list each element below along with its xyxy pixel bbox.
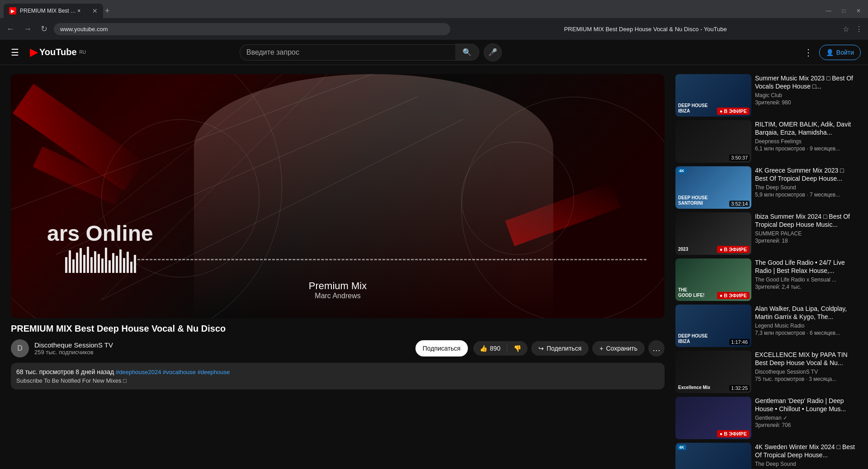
video-info: PREMIUM MIX Best Deep House Vocal & Nu D… xyxy=(11,324,665,389)
recommendation-item[interactable]: DEEP HOUSEIBIZA1:17:46Alan Walker, Dua L… xyxy=(675,305,857,347)
tab-favicon-icon: ▶ xyxy=(9,7,16,14)
menu-button[interactable]: ☰ xyxy=(7,43,23,61)
svg-line-0 xyxy=(11,74,373,210)
rec-duration: 3:50:37 xyxy=(729,155,750,161)
bar-14 xyxy=(112,253,114,273)
header-right: ⋮ 👤 Войти xyxy=(802,45,861,60)
share-icon: ↪ xyxy=(538,345,544,352)
reload-button[interactable]: ↻ xyxy=(38,22,50,36)
close-button[interactable]: ✕ xyxy=(853,6,864,16)
navigation-bar: ← → ↻ www.youtube.com PREMIUM MIX Best D… xyxy=(0,18,868,40)
bar-16 xyxy=(119,249,122,273)
video-player[interactable]: ars Online xyxy=(11,74,665,318)
page-title: PREMIUM MIX Best Deep House Vocal & Nu D… xyxy=(454,26,838,33)
bar-5 xyxy=(80,248,82,273)
youtube-logo[interactable]: ▶ YouTube RU xyxy=(30,47,86,58)
save-button[interactable]: + Сохранить xyxy=(592,341,645,356)
rec-channel: Deepness Feelings xyxy=(755,138,857,145)
forward-button[interactable]: → xyxy=(21,23,34,36)
recommendation-item[interactable]: ● В ЭФИРЕGentleman 'Deep' Radio | Deep H… xyxy=(675,397,857,439)
share-label: Поделиться xyxy=(547,345,581,352)
subscribe-button[interactable]: Подписаться xyxy=(415,340,468,356)
video-description[interactable]: 68 тыс. просмотров 8 дней назад #deephou… xyxy=(11,363,665,389)
video-background: ars Online xyxy=(11,74,665,318)
recommendations-sidebar: DEEP HOUSEIBIZA● В ЭФИРЕSummer Music Mix… xyxy=(675,74,857,469)
rec-channel: The Deep Sound xyxy=(755,184,857,191)
active-tab[interactable]: ▶ PREMIUM MIX Best … × ✕ xyxy=(4,4,103,18)
rec-meta: Зрителей: 980 xyxy=(755,99,857,106)
minimize-button[interactable]: — xyxy=(822,6,835,16)
tab-bar: ▶ PREMIUM MIX Best … × ✕ + — □ ✕ xyxy=(0,0,868,18)
tab-close-icon[interactable]: ✕ xyxy=(92,7,98,14)
rec-meta: 75 тыс. просмотров · 3 месяца... xyxy=(755,376,857,382)
mix-title: Premium Mix xyxy=(309,280,367,292)
rec-duration: 3:52:14 xyxy=(729,201,750,207)
rec-channel: SUMMER PALACE xyxy=(755,230,857,237)
bar-15 xyxy=(116,256,118,273)
search-button[interactable]: 🔍 xyxy=(455,44,479,61)
rec-title: Alan Walker, Dua Lipa, Coldplay, Martin … xyxy=(755,305,857,321)
rec-meta: 7,3 млн просмотров · 6 месяцев... xyxy=(755,330,857,336)
rec-thumb-label: DEEP HOUSEIBIZA xyxy=(678,103,708,114)
recommendation-item[interactable]: DEEP HOUSESANTORINI4K3:52:144K Greece Su… xyxy=(675,166,857,209)
browser-menu-icon[interactable]: ⋮ xyxy=(854,23,864,35)
video-meta-row: D Discotheque SessionS TV 259 тыс. подпи… xyxy=(11,339,665,357)
rec-live-badge: ● В ЭФИРЕ xyxy=(717,430,750,437)
hashtags: #deephouse2024 #vocalhouse #deephouse xyxy=(116,369,230,375)
rec-title: 4K Greece Summer Mix 2023 □ Best Of Trop… xyxy=(755,166,857,183)
bar-10 xyxy=(98,254,100,273)
bar-20 xyxy=(134,255,136,273)
recommendation-item[interactable]: THEGOOD LIFE!● В ЭФИРЕThe Good Life Radi… xyxy=(675,258,857,301)
sign-in-label: Войти xyxy=(836,49,854,56)
rec-channel: Legend Music Radio xyxy=(755,323,857,329)
bar-2 xyxy=(69,250,71,273)
recommendation-item[interactable]: 3:50:37RILTIM, OMER BALIK, Adik, Davit B… xyxy=(675,120,857,163)
dislike-button[interactable]: 👎 xyxy=(507,341,528,356)
bar-19 xyxy=(130,262,132,273)
main-content: ars Online xyxy=(0,65,868,469)
rec-channel: Gentleman ✓ xyxy=(755,415,857,421)
share-button[interactable]: ↪ Поделиться xyxy=(531,341,589,356)
rec-thumb-label: Excellence Mix xyxy=(678,385,710,390)
action-buttons: 👍 890 👎 ↪ Поделиться xyxy=(473,340,665,356)
more-options-button[interactable]: ⋮ xyxy=(802,45,815,60)
new-tab-button[interactable]: + xyxy=(105,6,110,16)
rec-thumbnail: DEEP HOUSE4K xyxy=(675,443,751,469)
view-stats: 68 тыс. просмотров 8 дней назад #deephou… xyxy=(16,368,659,375)
like-dislike-group: 👍 890 👎 xyxy=(473,341,528,356)
rec-channel: Magic Club xyxy=(755,92,857,98)
thumbs-up-icon: 👍 xyxy=(480,345,487,352)
recommendation-item[interactable]: 2023● В ЭФИРЕIbiza Summer Mix 2024 □ Bes… xyxy=(675,212,857,255)
rec-4k-badge: 4K xyxy=(677,168,686,174)
maximize-button[interactable]: □ xyxy=(839,6,849,16)
more-actions-button[interactable]: … xyxy=(648,340,665,356)
recommendation-item[interactable]: DEEP HOUSEIBIZA● В ЭФИРЕSummer Music Mix… xyxy=(675,74,857,117)
rec-info: Ibiza Summer Mix 2024 □ Best Of Tropical… xyxy=(755,212,857,255)
address-bar[interactable]: www.youtube.com xyxy=(54,23,450,35)
rec-thumbnail: DEEP HOUSEIBIZA● В ЭФИРЕ xyxy=(675,74,751,117)
bar-18 xyxy=(127,252,129,273)
rec-thumb-label: 2023 xyxy=(678,247,688,252)
back-button[interactable]: ← xyxy=(4,23,17,36)
like-button[interactable]: 👍 890 xyxy=(473,341,507,356)
bar-17 xyxy=(123,258,125,273)
rec-thumbnail: ● В ЭФИРЕ xyxy=(675,397,751,439)
content-area: ars Online xyxy=(0,65,868,469)
recommendation-item[interactable]: Excellence Mix1:32:25EXCELLENCE MIX by P… xyxy=(675,351,857,393)
view-count: 68 тыс. просмотров 8 дней назад xyxy=(16,368,114,375)
recommendation-item[interactable]: DEEP HOUSE4K4K Sweden Winter Mix 2024 □ … xyxy=(675,443,857,469)
search-input[interactable] xyxy=(240,44,455,61)
rec-thumb-label: DEEP HOUSEIBIZA xyxy=(678,333,708,344)
rec-title: 4K Sweden Winter Mix 2024 □ Best Of Trop… xyxy=(755,443,857,459)
channel-avatar[interactable]: D xyxy=(11,339,29,357)
voice-search-button[interactable]: 🎤 xyxy=(484,43,502,61)
bookmark-icon[interactable]: ☆ xyxy=(841,23,851,35)
rec-meta: Зрителей: 706 xyxy=(755,422,857,428)
sign-in-button[interactable]: 👤 Войти xyxy=(819,45,861,60)
rec-duration: 1:17:46 xyxy=(729,339,750,345)
channel-name[interactable]: Discotheque SessionS TV xyxy=(34,341,410,349)
channel-subs: 259 тыс. подписчиков xyxy=(34,349,410,356)
rec-thumbnail: 2023● В ЭФИРЕ xyxy=(675,212,751,255)
rec-thumbnail: 3:50:37 xyxy=(675,120,751,163)
save-label: Сохранить xyxy=(606,345,637,352)
